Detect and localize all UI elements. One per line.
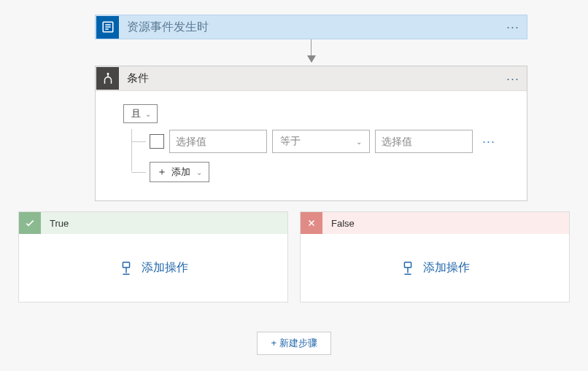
trigger-card[interactable]: 资源事件发生时 ··· xyxy=(95,15,527,39)
condition-title: 条件 xyxy=(127,71,149,85)
close-icon xyxy=(301,212,322,234)
condition-operator-label: 等于 xyxy=(280,135,301,148)
group-operator-select[interactable]: 且 ⌄ xyxy=(123,104,158,123)
false-add-action-label: 添加操作 xyxy=(423,260,470,276)
chevron-down-icon: ⌄ xyxy=(196,168,202,176)
add-condition-label: 添加 xyxy=(171,165,190,179)
new-step-button[interactable]: + 新建步骤 xyxy=(257,332,330,355)
add-action-icon xyxy=(400,260,416,276)
add-action-icon xyxy=(118,260,134,276)
condition-right-value-input[interactable] xyxy=(375,130,473,153)
false-add-action-button[interactable]: 添加操作 xyxy=(400,260,470,276)
true-branch-label: True xyxy=(50,218,69,229)
condition-icon xyxy=(96,67,119,90)
true-add-action-button[interactable]: 添加操作 xyxy=(118,260,188,276)
condition-header[interactable]: 条件 ··· xyxy=(96,66,527,91)
checkmark-icon xyxy=(19,212,41,234)
condition-row-more-icon[interactable]: ··· xyxy=(482,135,495,148)
flow-arrow xyxy=(95,39,527,66)
plus-icon: ＋ xyxy=(157,165,167,179)
chevron-down-icon: ⌄ xyxy=(356,138,362,146)
true-branch-header: True xyxy=(19,212,287,234)
svg-rect-2 xyxy=(123,262,129,267)
azure-resource-icon xyxy=(96,16,119,39)
condition-operator-select[interactable]: 等于 ⌄ xyxy=(272,130,370,153)
false-branch-header: False xyxy=(301,212,569,234)
condition-row-checkbox[interactable] xyxy=(150,134,164,149)
condition-left-value-input[interactable] xyxy=(169,130,267,153)
false-branch: False 添加操作 xyxy=(300,211,570,302)
condition-more-icon[interactable]: ··· xyxy=(506,72,519,85)
condition-card: 条件 ··· 且 ⌄ 等于 ⌄ xyxy=(95,66,527,201)
true-add-action-label: 添加操作 xyxy=(142,260,188,276)
trigger-title: 资源事件发生时 xyxy=(127,20,209,35)
svg-point-1 xyxy=(107,73,109,74)
add-condition-button[interactable]: ＋ 添加 ⌄ xyxy=(150,162,209,182)
true-branch: True 添加操作 xyxy=(18,211,288,302)
group-operator-label: 且 xyxy=(131,107,141,120)
false-branch-label: False xyxy=(331,218,355,229)
chevron-down-icon: ⌄ xyxy=(145,110,151,118)
trigger-more-icon[interactable]: ··· xyxy=(506,20,519,34)
svg-rect-3 xyxy=(404,262,411,267)
